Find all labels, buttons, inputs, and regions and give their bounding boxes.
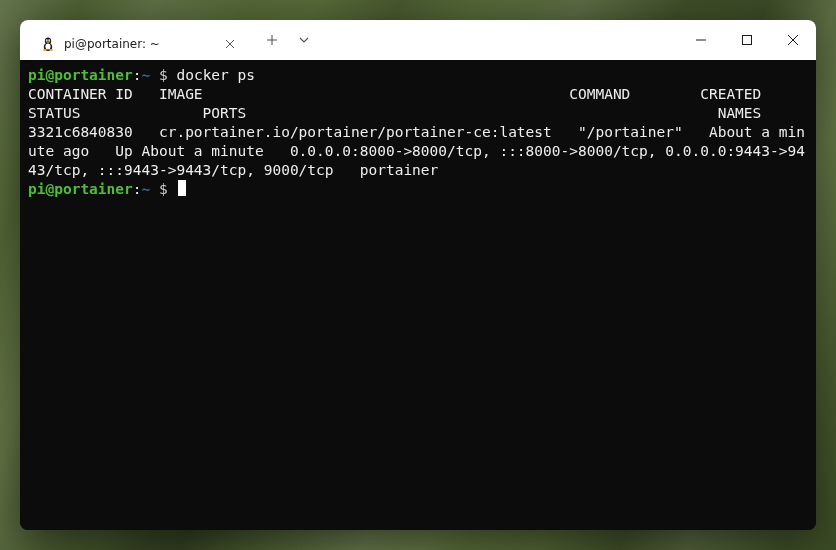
- svg-point-6: [49, 40, 50, 41]
- output-header: CONTAINER ID IMAGE COMMAND CREATED STATU…: [28, 86, 816, 121]
- prompt-symbol: $: [150, 67, 176, 83]
- maximize-button[interactable]: [724, 20, 770, 60]
- active-tab[interactable]: pi@portainer: ~: [28, 28, 248, 60]
- prompt-user-host: pi@portainer: [28, 67, 133, 83]
- svg-point-8: [49, 49, 53, 51]
- tab-dropdown-button[interactable]: [290, 26, 318, 54]
- tux-icon: [40, 36, 56, 52]
- tab-area: pi@portainer: ~: [20, 20, 318, 60]
- svg-point-7: [43, 49, 47, 51]
- window-controls: [678, 20, 816, 60]
- prompt-colon: :: [133, 67, 142, 83]
- terminal-window: pi@portainer: ~: [20, 20, 816, 530]
- new-tab-button[interactable]: [258, 26, 286, 54]
- svg-point-2: [45, 44, 50, 50]
- prompt-path-2: ~: [142, 181, 151, 197]
- prompt-user-host-2: pi@portainer: [28, 181, 133, 197]
- close-button[interactable]: [770, 20, 816, 60]
- prompt-path: ~: [142, 67, 151, 83]
- tab-title: pi@portainer: ~: [64, 37, 214, 51]
- svg-rect-9: [743, 36, 752, 45]
- command-text: docker ps: [176, 67, 255, 83]
- tab-close-button[interactable]: [222, 36, 238, 52]
- tab-actions: [258, 26, 318, 54]
- output-row: 3321c6840830 cr.portainer.io/portainer/p…: [28, 124, 805, 178]
- svg-point-5: [47, 40, 48, 41]
- minimize-button[interactable]: [678, 20, 724, 60]
- cursor: [178, 180, 186, 196]
- prompt-symbol-2: $: [150, 181, 176, 197]
- terminal-body[interactable]: pi@portainer:~ $ docker ps CONTAINER ID …: [20, 60, 816, 530]
- prompt-colon-2: :: [133, 181, 142, 197]
- title-bar: pi@portainer: ~: [20, 20, 816, 60]
